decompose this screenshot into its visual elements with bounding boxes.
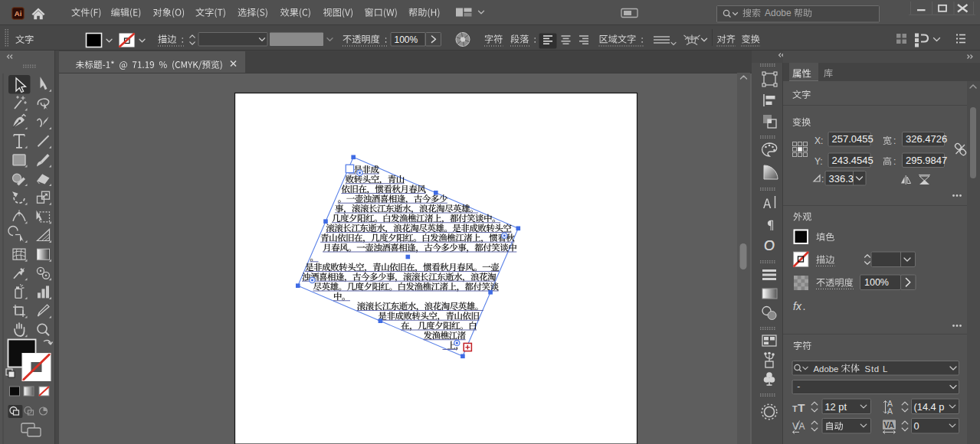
svg-text:100%: 100% <box>864 277 889 288</box>
svg-text:T: T <box>798 401 805 414</box>
svg-text:Adobe: Adobe <box>765 8 792 18</box>
svg-text:243.4545: 243.4545 <box>832 155 873 166</box>
svg-text:Ai: Ai <box>15 9 22 18</box>
svg-text:O: O <box>764 238 775 253</box>
svg-text:A: A <box>799 421 805 432</box>
svg-text::: : <box>821 174 824 184</box>
svg-text:12 pt: 12 pt <box>825 401 847 413</box>
svg-text:T: T <box>792 404 798 413</box>
svg-text:X:: X: <box>814 135 823 146</box>
svg-text:326.4726: 326.4726 <box>906 133 947 145</box>
svg-text:.: . <box>803 300 806 312</box>
svg-text:fx: fx <box>793 300 802 312</box>
svg-text:(14.4 p: (14.4 p <box>914 401 945 413</box>
svg-text:257.0455: 257.0455 <box>832 133 873 145</box>
svg-text::: : <box>893 135 896 146</box>
svg-text:Adobe: Adobe <box>814 364 839 374</box>
svg-text::: : <box>893 156 896 167</box>
svg-text:A: A <box>887 406 893 416</box>
svg-text:336.3: 336.3 <box>829 173 854 184</box>
svg-text:100%: 100% <box>395 34 418 45</box>
svg-text:-: - <box>797 381 800 392</box>
svg-text:VA: VA <box>883 420 894 429</box>
svg-text:Y:: Y: <box>814 156 823 167</box>
svg-text:0: 0 <box>914 420 919 432</box>
svg-text:Std L: Std L <box>865 364 889 374</box>
svg-text:295.9847: 295.9847 <box>906 155 947 166</box>
